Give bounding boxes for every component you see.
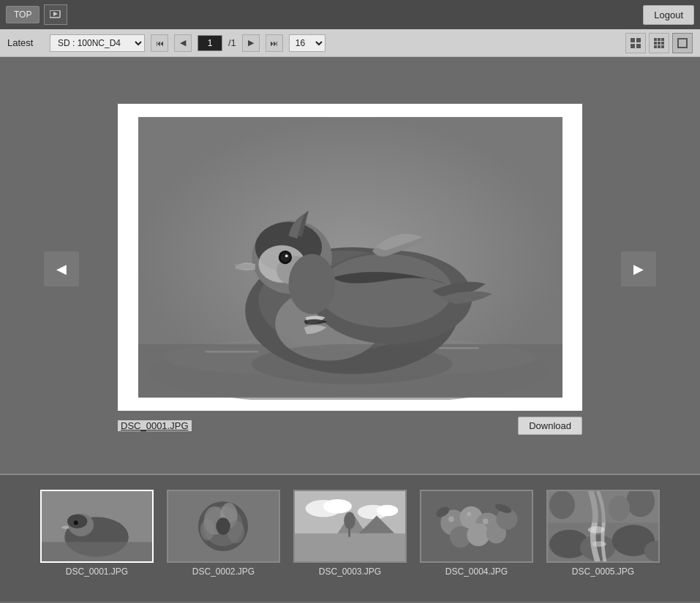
svg-point-71 [448, 516, 454, 522]
prev-page-button[interactable]: ◀ [174, 34, 192, 52]
svg-rect-2 [631, 38, 635, 42]
page-total: /1 [228, 37, 236, 48]
svg-rect-6 [654, 38, 657, 41]
page-input[interactable] [197, 35, 222, 51]
thumbnail-image-2[interactable] [167, 490, 280, 563]
svg-rect-7 [658, 38, 661, 41]
thumbnail-image-5[interactable] [546, 490, 660, 563]
svg-rect-12 [654, 45, 657, 48]
svg-point-82 [592, 541, 606, 547]
next-page-button[interactable]: ▶ [242, 34, 260, 52]
single-view-button[interactable] [672, 33, 693, 53]
per-page-select[interactable]: 16 32 64 [289, 34, 325, 52]
main-content: ◀ [0, 57, 700, 474]
svg-point-34 [280, 252, 290, 262]
svg-point-73 [483, 518, 489, 524]
svg-rect-9 [654, 42, 657, 45]
download-button[interactable]: Download [518, 417, 582, 435]
grid-large-view-button[interactable] [649, 33, 669, 53]
latest-label: Latest [7, 37, 44, 48]
list-item[interactable]: DSC_0004.JPG [420, 490, 533, 577]
image-info-bar: DSC_0001.JPG Download [118, 417, 582, 435]
thumbnail-label-5: DSC_0005.JPG [572, 566, 634, 577]
svg-point-55 [323, 499, 352, 513]
svg-rect-8 [661, 38, 664, 41]
svg-rect-13 [658, 45, 661, 48]
svg-point-49 [200, 519, 214, 540]
main-image [118, 104, 582, 411]
svg-point-62 [344, 512, 355, 529]
svg-point-42 [74, 520, 78, 525]
top-bar: TOP Logout [0, 0, 700, 29]
top-button[interactable]: TOP [6, 6, 39, 23]
list-item[interactable]: DSC_0005.JPG [546, 490, 660, 577]
thumbnails-row: DSC_0001.JPG DSC_0002.JPG [7, 490, 693, 577]
view-mode-buttons [625, 33, 693, 53]
image-container: ◀ [0, 72, 700, 466]
svg-point-57 [377, 505, 398, 517]
thumbnail-image-1[interactable] [40, 490, 154, 563]
thumbnail-label-1: DSC_0001.JPG [66, 566, 128, 577]
svg-point-35 [285, 254, 287, 257]
svg-rect-15 [678, 39, 687, 48]
svg-point-81 [588, 526, 605, 534]
logout-button[interactable]: Logout [643, 5, 694, 25]
svg-point-51 [216, 517, 230, 534]
svg-point-72 [467, 512, 471, 517]
list-item[interactable]: DSC_0001.JPG [40, 490, 154, 577]
svg-rect-23 [439, 347, 479, 349]
svg-rect-43 [42, 542, 152, 561]
svg-rect-3 [636, 38, 641, 42]
svg-rect-58 [295, 534, 405, 562]
thumbnail-image-4[interactable] [420, 490, 533, 563]
svg-rect-14 [661, 45, 664, 48]
svg-rect-21 [205, 350, 258, 352]
svg-marker-1 [53, 12, 58, 16]
list-item[interactable]: DSC_0003.JPG [293, 490, 407, 577]
thumbnail-label-3: DSC_0003.JPG [319, 566, 381, 577]
last-page-button[interactable]: ⏭ [266, 34, 283, 52]
list-item[interactable]: DSC_0002.JPG [167, 490, 280, 577]
toolbar: Latest SD : 100NC_D4 ⏮ ◀ /1 ▶ ⏭ 16 32 64 [0, 29, 700, 57]
thumbnail-strip: DSC_0001.JPG DSC_0002.JPG [0, 474, 700, 602]
svg-rect-4 [631, 44, 635, 48]
thumbnail-image-3[interactable] [293, 490, 407, 563]
svg-point-86 [609, 496, 630, 521]
first-page-button[interactable]: ⏮ [151, 34, 168, 52]
grid-small-view-button[interactable] [625, 33, 646, 53]
image-filename[interactable]: DSC_0001.JPG [118, 420, 192, 431]
svg-rect-10 [658, 42, 661, 45]
prev-image-button[interactable]: ◀ [44, 251, 79, 287]
svg-rect-5 [636, 44, 641, 48]
thumbnail-label-2: DSC_0002.JPG [192, 566, 255, 577]
svg-point-84 [549, 490, 575, 519]
slideshow-button[interactable] [44, 4, 67, 25]
svg-point-37 [252, 344, 452, 384]
svg-rect-11 [661, 42, 664, 45]
folder-select[interactable]: SD : 100NC_D4 [50, 34, 145, 52]
svg-point-36 [288, 254, 335, 314]
thumbnail-label-4: DSC_0004.JPG [445, 566, 508, 577]
next-image-button[interactable]: ▶ [621, 251, 656, 287]
